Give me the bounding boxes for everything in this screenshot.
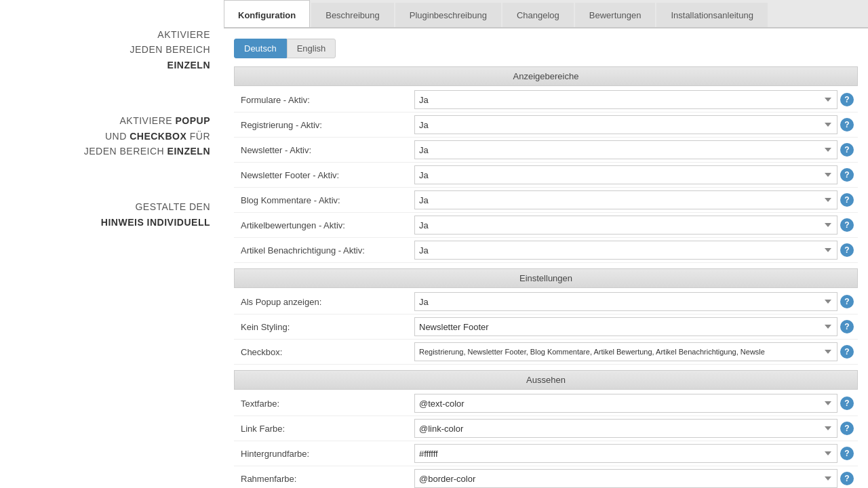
help-blog-kommentare[interactable]: ? (840, 193, 854, 207)
config-content: Deutsch English Anzeigebereiche Formular… (224, 28, 868, 488)
sidebar-text-2a: AKTIVIERE POPUP (14, 113, 210, 128)
sidebar-text-1c: EINZELN (14, 58, 210, 73)
select-artikelbewertungen[interactable]: JaNein (414, 216, 837, 235)
tab-konfiguration[interactable]: Konfiguration (224, 0, 310, 27)
control-kein-styling: Newsletter FooterJaNein ? (410, 314, 858, 339)
label-rahmenfarbe: Rahmenfarbe: (234, 470, 410, 488)
section-header-anzeigebereiche: Anzeigebereiche (234, 66, 858, 86)
label-popup: Als Popup anzeigen: (234, 293, 410, 311)
control-hintergrundfarbe: #ffffff ? (410, 441, 858, 466)
select-kein-styling[interactable]: Newsletter FooterJaNein (414, 317, 837, 336)
select-textfarbe[interactable]: @text-color (414, 394, 837, 413)
label-artikel-benachrichtigung: Artikel Benachrichtigung - Aktiv: (234, 241, 410, 260)
label-newsletter-footer: Newsletter Footer - Aktiv: (234, 166, 410, 184)
row-popup: Als Popup anzeigen: JaNein ? (234, 289, 858, 314)
select-registrierung[interactable]: JaNein (414, 115, 837, 134)
row-kein-styling: Kein Styling: Newsletter FooterJaNein ? (234, 314, 858, 340)
control-blog-kommentare: JaNein ? (410, 188, 858, 212)
control-newsletter-footer: JaNein ? (410, 163, 858, 187)
sidebar-block-2: AKTIVIERE POPUP UND CHECKBOX FÜR JEDEN B… (14, 113, 210, 159)
sidebar-text-1a: AKTIVIERE (14, 27, 210, 42)
control-popup: JaNein ? (410, 289, 858, 314)
help-hintergrundfarbe[interactable]: ? (840, 447, 854, 460)
lang-tab-deutsch[interactable]: Deutsch (234, 39, 287, 58)
tabs-bar: Konfiguration Beschreibung Pluginbeschre… (224, 0, 868, 28)
select-blog-kommentare[interactable]: JaNein (414, 190, 837, 209)
row-checkbox: Checkbox: Registrierung, Newsletter Foot… (234, 340, 858, 365)
label-hintergrundfarbe: Hintergrundfarbe: (234, 445, 410, 463)
label-blog-kommentare: Blog Kommentare - Aktiv: (234, 191, 410, 209)
row-formulare: Formulare - Aktiv: JaNein ? (234, 87, 858, 113)
label-artikelbewertungen: Artikelbewertungen - Aktiv: (234, 216, 410, 235)
sidebar-text-1b: JEDEN BEREICH (14, 42, 210, 57)
select-formulare[interactable]: JaNein (414, 90, 837, 109)
language-tabs: Deutsch English (234, 39, 858, 58)
help-artikel-benachrichtigung[interactable]: ? (840, 243, 854, 257)
main-content: Konfiguration Beschreibung Pluginbeschre… (224, 0, 868, 488)
label-link-farbe: Link Farbe: (234, 420, 410, 438)
help-artikelbewertungen[interactable]: ? (840, 218, 854, 232)
help-registrierung[interactable]: ? (840, 118, 854, 131)
section-header-aussehen: Aussehen (234, 370, 858, 390)
control-link-farbe: @link-color ? (410, 416, 858, 441)
control-textfarbe: @text-color ? (410, 391, 858, 415)
label-registrierung: Registrierung - Aktiv: (234, 116, 410, 134)
sidebar-text-3a: GESTALTE DEN (14, 199, 210, 214)
control-formulare: JaNein ? (410, 87, 858, 112)
help-kein-styling[interactable]: ? (840, 320, 854, 333)
sidebar-text-3b: HINWEIS INDIVIDUELL (14, 215, 210, 230)
select-hintergrundfarbe[interactable]: #ffffff (414, 444, 837, 463)
sidebar-block-3: GESTALTE DEN HINWEIS INDIVIDUELL (14, 199, 210, 230)
row-rahmenfarbe: Rahmenfarbe: @border-color ? (234, 466, 858, 488)
control-checkbox: Registrierung, Newsletter Footer, Blog K… (410, 340, 858, 364)
label-textfarbe: Textfarbe: (234, 394, 410, 413)
select-rahmenfarbe[interactable]: @border-color (414, 469, 837, 488)
control-registrierung: JaNein ? (410, 113, 858, 137)
sidebar-text-2c: JEDEN BEREICH EINZELN (14, 144, 210, 159)
config-form: Anzeigebereiche Formulare - Aktiv: JaNei… (234, 66, 858, 488)
row-artikelbewertungen: Artikelbewertungen - Aktiv: JaNein ? (234, 213, 858, 238)
row-artikel-benachrichtigung: Artikel Benachrichtigung - Aktiv: JaNein… (234, 238, 858, 263)
help-formulare[interactable]: ? (840, 93, 854, 106)
help-popup[interactable]: ? (840, 295, 854, 308)
control-newsletter: JaNein ? (410, 138, 858, 162)
label-checkbox: Checkbox: (234, 343, 410, 361)
control-artikel-benachrichtigung: JaNein ? (410, 238, 858, 262)
label-newsletter: Newsletter - Aktiv: (234, 141, 410, 159)
sidebar-block-1: AKTIVIERE JEDEN BEREICH EINZELN (14, 27, 210, 73)
help-link-farbe[interactable]: ? (840, 422, 854, 435)
row-hintergrundfarbe: Hintergrundfarbe: #ffffff ? (234, 441, 858, 466)
row-link-farbe: Link Farbe: @link-color ? (234, 416, 858, 441)
tab-installationsanleitung[interactable]: Installationsanleitung (656, 3, 767, 27)
help-textfarbe[interactable]: ? (840, 396, 854, 410)
tab-bewertungen[interactable]: Bewertungen (575, 3, 656, 27)
control-artikelbewertungen: JaNein ? (410, 213, 858, 237)
help-rahmenfarbe[interactable]: ? (840, 472, 854, 485)
help-checkbox[interactable]: ? (840, 345, 854, 359)
sidebar: AKTIVIERE JEDEN BEREICH EINZELN AKTIVIER… (0, 0, 224, 488)
lang-tab-english[interactable]: English (287, 39, 336, 58)
row-blog-kommentare: Blog Kommentare - Aktiv: JaNein ? (234, 188, 858, 213)
label-kein-styling: Kein Styling: (234, 318, 410, 336)
select-popup[interactable]: JaNein (414, 292, 837, 311)
help-newsletter[interactable]: ? (840, 143, 854, 157)
row-textfarbe: Textfarbe: @text-color ? (234, 391, 858, 416)
row-newsletter: Newsletter - Aktiv: JaNein ? (234, 138, 858, 163)
section-header-einstellungen: Einstellungen (234, 268, 858, 288)
label-formulare: Formulare - Aktiv: (234, 91, 410, 109)
select-newsletter-footer[interactable]: JaNein (414, 165, 837, 184)
tab-beschreibung[interactable]: Beschreibung (311, 3, 394, 27)
select-newsletter[interactable]: JaNein (414, 140, 837, 159)
sidebar-text-2b: UND CHECKBOX FÜR (14, 129, 210, 144)
select-artikel-benachrichtigung[interactable]: JaNein (414, 241, 837, 260)
row-registrierung: Registrierung - Aktiv: JaNein ? (234, 113, 858, 138)
control-rahmenfarbe: @border-color ? (410, 466, 858, 488)
tab-pluginbeschreibung[interactable]: Pluginbeschreibung (395, 3, 501, 27)
row-newsletter-footer: Newsletter Footer - Aktiv: JaNein ? (234, 163, 858, 188)
select-link-farbe[interactable]: @link-color (414, 419, 837, 438)
select-checkbox[interactable]: Registrierung, Newsletter Footer, Blog K… (414, 342, 837, 361)
tab-changelog[interactable]: Changelog (502, 3, 574, 27)
help-newsletter-footer[interactable]: ? (840, 168, 854, 182)
